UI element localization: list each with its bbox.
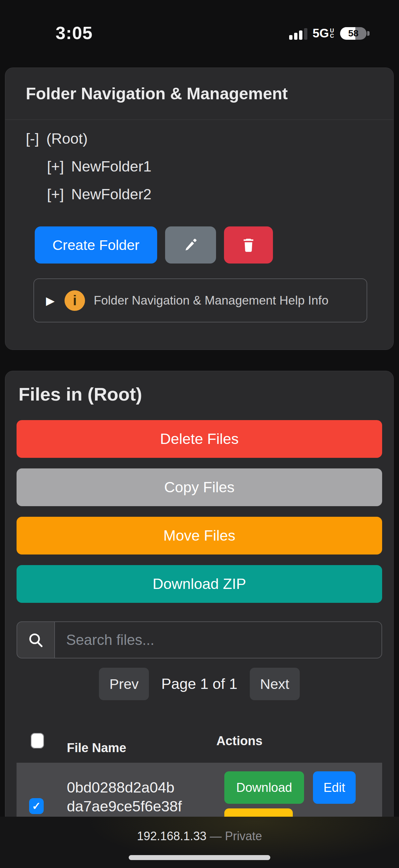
folder-tree: [-] (Root) [+] NewFolder1 [+] NewFolder2	[5, 120, 393, 208]
files-card-title: Files in (Root)	[19, 384, 382, 405]
delete-folder-button[interactable]	[224, 226, 273, 264]
download-file-button[interactable]: Download	[224, 771, 304, 804]
browser-url-bar[interactable]: 192.168.1.33— Private	[0, 817, 399, 868]
next-page-button[interactable]: Next	[250, 668, 300, 700]
prev-page-button[interactable]: Prev	[99, 668, 149, 700]
home-indicator[interactable]	[129, 855, 270, 860]
search-input[interactable]	[55, 621, 382, 658]
download-zip-button[interactable]: Download ZIP	[16, 565, 382, 603]
file-name-column-header: File Name	[67, 741, 126, 755]
battery-percent: 58	[340, 27, 367, 40]
select-all-checkbox[interactable]	[31, 733, 44, 748]
privacy-label: — Private	[210, 829, 262, 843]
file-search	[16, 621, 382, 658]
tree-item-label[interactable]: (Root)	[46, 130, 88, 147]
expand-toggle[interactable]: [+]	[47, 158, 64, 175]
status-time: 3:05	[39, 23, 109, 43]
mobile-browser-page: 3:05 5G U C 58 Folder Navigation & Manag…	[0, 0, 399, 868]
tree-item-label[interactable]: NewFolder2	[71, 186, 152, 203]
folder-action-buttons: Create Folder	[35, 226, 393, 264]
edit-file-button[interactable]: Edit	[313, 771, 356, 804]
tree-item-newfolder2[interactable]: [+] NewFolder2	[26, 180, 373, 208]
actions-column-header: Actions	[217, 734, 262, 748]
signal-strength-icon	[289, 27, 307, 40]
file-table-row: ✓ 0bd0288d2a04b da7ae9ce5f6e38f Download…	[16, 763, 382, 826]
battery-icon: 58	[340, 27, 367, 40]
folder-card-title: Folder Navigation & Management	[5, 68, 393, 120]
status-indicators: 5G U C 58	[289, 27, 367, 40]
battery-nub	[367, 31, 370, 36]
copy-files-button[interactable]: Copy Files	[16, 468, 382, 506]
file-name-cell: 0bd0288d2a04b da7ae9ce5f6e38f	[67, 778, 182, 816]
delete-files-button[interactable]: Delete Files	[16, 420, 382, 458]
trash-icon	[240, 237, 257, 253]
file-name-line1: 0bd0288d2a04b	[67, 778, 182, 797]
row-checkbox-checked[interactable]: ✓	[29, 798, 44, 814]
tree-item-root[interactable]: [-] (Root)	[26, 125, 373, 153]
help-summary-label: Folder Navigation & Management Help Info	[94, 293, 329, 308]
expand-toggle[interactable]: [+]	[47, 186, 64, 203]
network-type-label: 5G	[313, 27, 329, 40]
page-indicator: Page 1 of 1	[161, 675, 237, 692]
network-subtype-label: U C	[330, 28, 334, 39]
rename-folder-button[interactable]	[165, 226, 216, 264]
file-table-header: File Name Actions	[16, 733, 382, 763]
tree-item-label[interactable]: NewFolder1	[71, 158, 152, 175]
url-line[interactable]: 192.168.1.33— Private	[0, 829, 399, 843]
tree-item-newfolder1[interactable]: [+] NewFolder1	[26, 153, 373, 180]
magnifier-icon	[27, 631, 45, 649]
create-folder-button[interactable]: Create Folder	[35, 226, 157, 264]
folder-help-disclosure[interactable]: ▶ i Folder Navigation & Management Help …	[33, 278, 367, 322]
pencil-icon	[182, 236, 199, 254]
search-icon-box	[16, 621, 55, 658]
collapse-toggle[interactable]: [-]	[26, 130, 39, 147]
move-files-button[interactable]: Move Files	[16, 517, 382, 555]
info-circle-icon: i	[65, 290, 85, 311]
triangle-right-icon[interactable]: ▶	[46, 294, 55, 307]
file-name-line2: da7ae9ce5f6e38f	[67, 797, 182, 816]
status-bar: 3:05 5G U C 58	[0, 0, 399, 50]
files-card: Files in (Root) Delete Files Copy Files …	[5, 371, 394, 868]
url-host[interactable]: 192.168.1.33	[137, 829, 206, 843]
folder-navigation-card: Folder Navigation & Management [-] (Root…	[5, 67, 394, 350]
pagination: Prev Page 1 of 1 Next	[16, 668, 382, 700]
